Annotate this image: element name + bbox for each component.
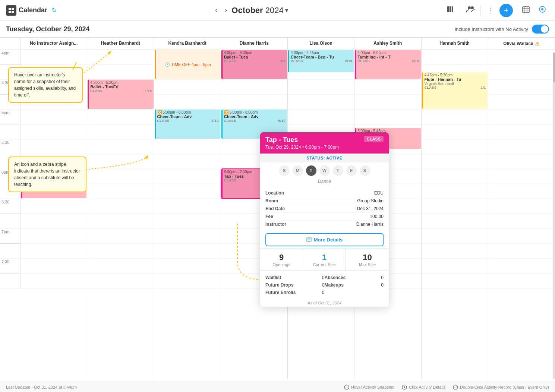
event-cheer-adv-kendra[interactable]: 🔀 5:00pm - 6:00pm Cheer-Team - Adv CLASS… [155, 110, 220, 139]
svg-rect-4 [447, 6, 450, 12]
col-header-ashley[interactable]: Ashley Smith [354, 38, 421, 50]
more-details-label: More Details [314, 237, 343, 243]
class-detail-popup: Tap - Tues Tue, Oct 29, 2024 • 6:00pm - … [260, 132, 389, 307]
refresh-icon[interactable]: ↻ [52, 7, 57, 14]
svg-point-7 [468, 6, 471, 9]
scrollbar-thumb[interactable] [553, 53, 555, 82]
room-value: Group Studio [357, 198, 384, 203]
popup-status: STATUS: ACTIVE [260, 154, 389, 162]
month-dropdown-button[interactable]: ▾ [285, 7, 288, 14]
logo-icon [6, 5, 16, 16]
app-logo: Calendar [6, 5, 47, 16]
event-cheer-beg-lisa[interactable]: 4:00pm - 4:45pm Cheer-Team - Beg - Tu CL… [288, 50, 354, 72]
settings-circle-button[interactable] [536, 4, 549, 16]
room-label: Room [265, 198, 278, 203]
toggle-label: Include Instructors with No Activity [455, 26, 528, 32]
day-wed: W [319, 165, 330, 176]
day-thu: T [333, 165, 343, 176]
click-hint: Click Activity Details [402, 385, 445, 390]
svg-rect-3 [12, 11, 14, 13]
popup-fee-row: Fee 100.00 [265, 213, 384, 221]
popup-stats: 9 Openings 1 Current Size 10 Max Size [260, 249, 389, 271]
click-hint-text: Click Activity Details [409, 385, 445, 389]
waitlist-value: 0 [322, 275, 325, 280]
scrollbar[interactable] [553, 53, 555, 379]
future-drops-label: Future Drops [265, 282, 293, 288]
event-ballet-tues-dianne[interactable]: 4:00pm - 5:00pm Ballet - Tues CLASS3/8 [221, 50, 287, 79]
openings-number: 9 [262, 253, 301, 262]
absences-row: Absences 0 [325, 274, 384, 281]
makeups-value: 0 [381, 282, 384, 288]
popup-room-row: Room Group Studio [265, 197, 384, 205]
callout-arrow-1 [67, 60, 78, 72]
nav-divider-2 [480, 5, 481, 16]
popup-header: Tap - Tues Tue, Oct 29, 2024 • 6:00pm - … [260, 132, 389, 154]
fee-value: 100.00 [370, 214, 384, 219]
popup-class-name: Tap - Tues [265, 136, 339, 144]
svg-point-23 [453, 385, 458, 389]
page-title: Tuesday, October 29, 2024 [6, 25, 89, 33]
event-tumbling-ashley[interactable]: 4:00pm - 5:00pm Tumbling - Int - T CLASS… [355, 50, 420, 79]
event-flute-hannah[interactable]: 4:45pm - 5:30pm Flute - Hannah - Tu Virg… [422, 72, 488, 109]
nav-arrows: ‹ › October 2024 ▾ [212, 5, 288, 16]
instructor-value: Dianne Harris [356, 222, 384, 227]
status-bar: Last Updated - Oct 31, 2024 at 3:44pm Ho… [0, 382, 555, 392]
footer-right-col: Absences 0 Makeups 0 [325, 274, 384, 296]
svg-rect-0 [9, 8, 11, 10]
col-header-lisa[interactable]: Lisa Olson [288, 38, 354, 50]
waitlist-label: Waitlist [265, 275, 281, 280]
svg-rect-5 [450, 6, 451, 12]
col-header-heather[interactable]: Heather Barnhardt [87, 38, 154, 50]
more-options-button[interactable]: ⋮ [484, 5, 496, 16]
hover-hint: Hover Activity Snapshot [344, 385, 394, 390]
more-details-button[interactable]: More Details [265, 233, 384, 246]
absences-value: 0 [381, 275, 384, 280]
stat-current-size[interactable]: 1 Current Size [303, 249, 346, 271]
last-updated-text: Last Updated - Oct 31, 2024 at 3:44pm [6, 385, 77, 389]
future-enrolls-value: 0 [322, 290, 325, 295]
col-header-olivia[interactable]: Olivia Wallace ⚠ [488, 38, 555, 50]
nav-divider-1 [460, 5, 460, 16]
include-instructors-toggle-group: Include Instructors with No Activity [455, 25, 549, 34]
svg-rect-1 [12, 8, 14, 10]
grid-view-button[interactable] [444, 4, 457, 16]
col-header-kendra[interactable]: Kendra Barnhardt [154, 38, 221, 50]
add-button[interactable]: + [499, 4, 513, 17]
subheader: Tuesday, October 29, 2024 Include Instru… [0, 21, 555, 38]
calendar-grid-button[interactable] [519, 4, 533, 16]
popup-details: Location EDU Room Group Studio End Date … [260, 186, 389, 231]
current-size-label: Current Size [305, 262, 344, 267]
svg-point-20 [344, 385, 349, 389]
col-header-hannah[interactable]: Hannah Smith [422, 38, 488, 50]
openings-label: Openings [262, 262, 301, 267]
col-header-dianne[interactable]: Dianne Harris [221, 38, 288, 50]
col-header-no-instructor[interactable]: No Instructor Assign... [21, 38, 87, 50]
makeups-row: Makeups 0 [325, 281, 384, 289]
event-time-off-kendra[interactable]: 🕐 TIME OFF 4pm - 8pm [155, 50, 220, 79]
day-sun: S [279, 165, 290, 176]
svg-rect-9 [523, 7, 529, 13]
next-month-button[interactable]: › [222, 5, 230, 16]
popup-footer-stats: Waitlist 0 Future Drops 0 Future Enrolls… [260, 271, 389, 299]
location-value: EDU [374, 190, 384, 196]
current-size-number[interactable]: 1 [305, 253, 344, 262]
popup-as-of: As of Oct 31, 2024 [260, 299, 389, 307]
svg-rect-2 [9, 11, 11, 13]
popup-class-badge: CLASS [364, 136, 384, 142]
no-activity-toggle[interactable] [532, 25, 549, 34]
app-title: Calendar [19, 6, 47, 14]
people-view-button[interactable] [463, 4, 477, 16]
max-size-number: 10 [347, 253, 387, 262]
substitute-icon-2: 🔀 [224, 110, 228, 114]
event-ballet-tue-fri[interactable]: 4:30pm - 5:30pm Ballet - Tue/Fri CLASS7/… [88, 80, 153, 109]
stat-openings: 9 Openings [260, 249, 303, 271]
makeups-label: Makeups [325, 282, 344, 288]
instructor-label: Instructor [265, 222, 286, 227]
prev-month-button[interactable]: ‹ [212, 5, 220, 16]
callout-zebra-stripe: An icon and a zebra stripe indicate that… [8, 157, 86, 192]
popup-days: S M T W T F S [260, 162, 389, 179]
callout-1-text: Hover over an instructor's name for a sn… [14, 72, 76, 98]
col-heather: 4:30pm - 5:30pm Ballet - Tue/Fri CLASS7/… [87, 50, 154, 379]
popup-date: Tue, Oct 29, 2024 • 6:00pm - 7:00pm [265, 145, 339, 150]
day-mon: M [293, 165, 303, 176]
